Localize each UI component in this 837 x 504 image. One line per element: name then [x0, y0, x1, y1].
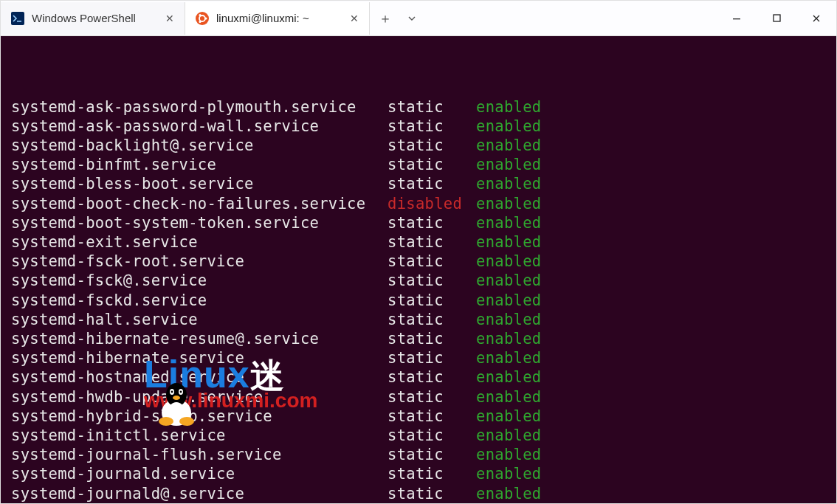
unit-name: systemd-hwdb-update.service — [11, 387, 388, 407]
unit-name: systemd-hibernate-resume@.service — [11, 329, 388, 348]
vendor-preset: enabled — [476, 367, 542, 387]
table-row: systemd-journald.servicestaticenabled — [11, 464, 832, 483]
unit-name: systemd-exit.service — [11, 232, 388, 252]
svg-point-5 — [199, 13, 201, 15]
unit-name: systemd-fsck-root.service — [11, 252, 388, 271]
vendor-preset: enabled — [476, 387, 542, 407]
unit-state: static — [388, 174, 476, 193]
ubuntu-icon — [196, 12, 209, 25]
table-row: systemd-halt.servicestaticenabled — [11, 310, 832, 329]
table-row: systemd-hibernate-resume@.servicestatice… — [11, 329, 832, 348]
unit-state: static — [388, 310, 476, 329]
table-row: systemd-journal-flush.servicestaticenabl… — [11, 445, 832, 464]
unit-name: systemd-journald.service — [11, 464, 388, 483]
table-row: systemd-bless-boot.servicestaticenabled — [11, 174, 832, 193]
unit-name: systemd-ask-password-wall.service — [11, 117, 388, 136]
vendor-preset: enabled — [476, 329, 542, 348]
table-row: systemd-initctl.servicestaticenabled — [11, 426, 832, 445]
svg-rect-7 — [733, 18, 740, 19]
table-row: systemd-fsckd.servicestaticenabled — [11, 291, 832, 310]
new-tab-button[interactable]: ＋ — [370, 2, 401, 35]
unit-name: systemd-bless-boot.service — [11, 174, 388, 193]
minimize-button[interactable] — [717, 2, 757, 35]
table-row: systemd-boot-check-no-failures.servicedi… — [11, 194, 832, 213]
table-row: systemd-hibernate.servicestaticenabled — [11, 348, 832, 367]
vendor-preset: enabled — [476, 271, 542, 290]
vendor-preset: enabled — [476, 310, 542, 329]
unit-state: static — [388, 367, 476, 387]
unit-state: static — [388, 348, 476, 367]
table-row: systemd-hwdb-update.servicestaticenabled — [11, 387, 832, 407]
window-controls — [717, 2, 836, 35]
unit-state: static — [388, 291, 476, 310]
unit-state: static — [388, 117, 476, 136]
chevron-down-icon — [407, 14, 416, 23]
tab-ubuntu[interactable]: linuxmi@linuxmi: ~ ✕ — [185, 2, 370, 35]
unit-name: systemd-hibernate.service — [11, 348, 388, 367]
unit-name: systemd-backlight@.service — [11, 136, 388, 155]
table-row: systemd-ask-password-plymouth.servicesta… — [11, 97, 832, 117]
tab-dropdown-button[interactable] — [401, 2, 423, 35]
unit-name: systemd-boot-check-no-failures.service — [11, 194, 388, 213]
table-row: systemd-backlight@.servicestaticenabled — [11, 136, 832, 155]
unit-name: systemd-ask-password-plymouth.service — [11, 97, 388, 117]
unit-state: static — [388, 484, 476, 503]
svg-point-4 — [204, 17, 207, 19]
unit-state: static — [388, 329, 476, 348]
unit-state: static — [388, 213, 476, 232]
vendor-preset: enabled — [476, 117, 542, 136]
table-row: systemd-ask-password-wall.servicestatice… — [11, 117, 832, 136]
unit-name: systemd-halt.service — [11, 310, 388, 329]
unit-name: systemd-boot-system-token.service — [11, 213, 388, 232]
maximize-button[interactable] — [757, 2, 796, 35]
unit-name: systemd-binfmt.service — [11, 155, 388, 174]
vendor-preset: enabled — [476, 426, 542, 445]
close-icon[interactable]: ✕ — [348, 13, 360, 24]
vendor-preset: enabled — [476, 407, 542, 426]
unit-state: static — [388, 407, 476, 426]
table-row: systemd-hostnamed.servicestaticenabled — [11, 367, 832, 387]
tab-powershell[interactable]: Windows PowerShell ✕ — [1, 2, 185, 35]
unit-state: static — [388, 271, 476, 290]
terminal[interactable]: systemd-ask-password-plymouth.servicesta… — [1, 36, 836, 503]
svg-rect-1 — [17, 21, 21, 22]
unit-state: static — [388, 426, 476, 445]
unit-name: systemd-journal-flush.service — [11, 445, 388, 464]
unit-state: static — [388, 387, 476, 407]
unit-name: systemd-journald@.service — [11, 484, 388, 503]
vendor-preset: enabled — [476, 348, 542, 367]
close-window-button[interactable] — [796, 2, 836, 35]
vendor-preset: enabled — [476, 484, 542, 503]
vendor-preset: enabled — [476, 213, 542, 232]
vendor-preset: enabled — [476, 445, 542, 464]
vendor-preset: enabled — [476, 464, 542, 483]
title-bar: Windows PowerShell ✕ linuxmi@linuxmi: ~ … — [1, 1, 836, 36]
vendor-preset: enabled — [476, 97, 542, 117]
table-row: systemd-binfmt.servicestaticenabled — [11, 155, 832, 174]
svg-rect-0 — [11, 12, 24, 25]
powershell-icon — [11, 12, 24, 25]
tab-label: linuxmi@linuxmi: ~ — [216, 12, 341, 24]
vendor-preset: enabled — [476, 174, 542, 193]
unit-state: static — [388, 136, 476, 155]
vendor-preset: enabled — [476, 291, 542, 310]
vendor-preset: enabled — [476, 136, 542, 155]
table-row: systemd-fsck-root.servicestaticenabled — [11, 252, 832, 271]
unit-state: static — [388, 252, 476, 271]
vendor-preset: enabled — [476, 194, 542, 213]
unit-state: disabled — [388, 194, 476, 213]
unit-name: systemd-fsck@.service — [11, 271, 388, 290]
unit-name: systemd-initctl.service — [11, 426, 388, 445]
vendor-preset: enabled — [476, 252, 542, 271]
unit-name: systemd-hostnamed.service — [11, 367, 388, 387]
unit-state: static — [388, 464, 476, 483]
table-row: systemd-exit.servicestaticenabled — [11, 232, 832, 252]
close-icon[interactable]: ✕ — [164, 13, 176, 24]
table-row: systemd-journald@.servicestaticenabled — [11, 484, 832, 503]
tab-label: Windows PowerShell — [32, 12, 156, 24]
vendor-preset: enabled — [476, 155, 542, 174]
table-row: systemd-fsck@.servicestaticenabled — [11, 271, 832, 290]
table-row: systemd-boot-system-token.servicestatice… — [11, 213, 832, 232]
unit-name: systemd-fsckd.service — [11, 291, 388, 310]
unit-state: static — [388, 232, 476, 252]
